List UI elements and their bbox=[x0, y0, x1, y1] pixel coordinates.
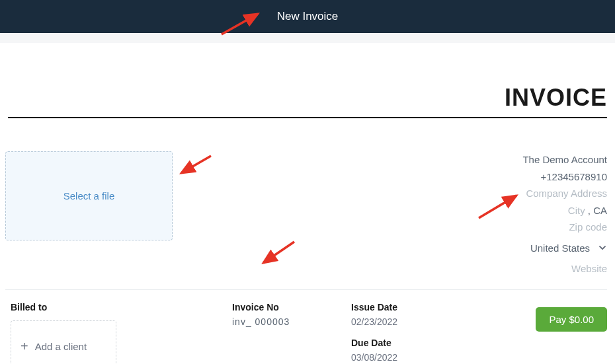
invoice-no-label: Invoice No bbox=[232, 302, 351, 312]
due-date-label: Due Date bbox=[351, 338, 483, 348]
company-phone: +12345678910 bbox=[522, 168, 607, 186]
dates-column: Issue Date 02/23/2022 Due Date 03/08/202… bbox=[351, 302, 483, 365]
invoice-number: 000003 bbox=[255, 316, 290, 327]
plus-icon: + bbox=[20, 339, 28, 354]
add-client-label: Add a client bbox=[35, 341, 87, 352]
file-select-label: Select a file bbox=[63, 190, 115, 201]
company-city-placeholder[interactable]: City bbox=[568, 205, 585, 216]
company-website-placeholder[interactable]: Website bbox=[522, 260, 607, 277]
add-client-button[interactable]: + Add a client bbox=[11, 320, 116, 365]
upper-row: Select a file The Demo Account +12345678… bbox=[5, 151, 607, 277]
company-city-state-row: City , CA bbox=[522, 202, 607, 219]
gray-strip bbox=[0, 33, 615, 43]
lower-row: Billed to + Add a client Invoice No inv_… bbox=[11, 302, 607, 365]
company-state: CA bbox=[593, 205, 607, 216]
company-zip-placeholder[interactable]: Zip code bbox=[522, 219, 607, 236]
city-state-separator: , bbox=[588, 205, 591, 216]
page-title: New Invoice bbox=[277, 10, 339, 23]
due-date-block: Due Date 03/08/2022 bbox=[351, 338, 483, 363]
issue-date-value[interactable]: 02/23/2022 bbox=[351, 316, 483, 327]
invoice-heading: INVOICE bbox=[0, 84, 607, 117]
company-name: The Demo Account bbox=[522, 151, 607, 168]
file-select-dropzone[interactable]: Select a file bbox=[5, 151, 173, 240]
company-address-placeholder[interactable]: Company Address bbox=[522, 185, 607, 202]
issue-date-block: Issue Date 02/23/2022 bbox=[351, 302, 483, 327]
due-date-value[interactable]: 03/08/2022 bbox=[351, 352, 483, 363]
country-select[interactable]: United States bbox=[522, 240, 607, 257]
issue-date-label: Issue Date bbox=[351, 302, 483, 312]
billed-to-column: Billed to + Add a client bbox=[11, 302, 232, 365]
title-underline bbox=[8, 117, 607, 118]
pay-button[interactable]: Pay $0.00 bbox=[536, 307, 607, 332]
billed-to-label: Billed to bbox=[11, 302, 232, 312]
invoice-no-value: inv_ 000003 bbox=[232, 316, 351, 327]
topbar: New Invoice bbox=[0, 0, 615, 33]
section-divider bbox=[5, 289, 607, 290]
invoice-no-column: Invoice No inv_ 000003 bbox=[232, 302, 351, 365]
chevron-down-icon bbox=[598, 243, 607, 252]
company-info: The Demo Account +12345678910 Company Ad… bbox=[522, 151, 607, 277]
country-value: United States bbox=[530, 240, 590, 257]
invoice-prefix: inv_ bbox=[232, 316, 252, 327]
